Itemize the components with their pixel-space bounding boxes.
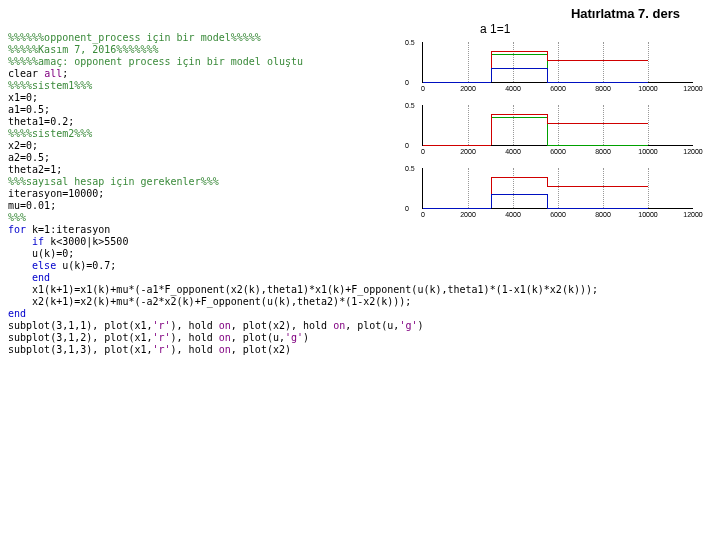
code-keyword: if — [8, 236, 44, 247]
x-tick-label: 12000 — [683, 85, 702, 92]
code-text: ), hold — [171, 332, 219, 343]
series-line — [547, 123, 648, 124]
code-text: ; — [62, 68, 68, 79]
series-line — [423, 82, 491, 83]
series-line — [547, 68, 548, 82]
y-tick-label: 0.5 — [405, 165, 415, 172]
series-line — [423, 208, 491, 209]
code-string: on — [333, 320, 345, 331]
grid-line — [468, 168, 469, 208]
grid-line — [558, 105, 559, 145]
code-text: k<3000|k>5500 — [44, 236, 128, 247]
x-tick-label: 2000 — [460, 85, 476, 92]
series-line — [491, 68, 547, 69]
series-line — [491, 114, 547, 115]
x-tick-label: 6000 — [550, 85, 566, 92]
x-tick-label: 8000 — [595, 211, 611, 218]
grid-line — [648, 42, 649, 82]
code-keyword: else — [8, 260, 56, 271]
code-text: theta1=0.2; — [8, 116, 74, 127]
x-tick-label: 10000 — [638, 211, 657, 218]
code-text: x1(k+1)=x1(k)+mu*(-a1*F_opponent(x2(k),t… — [8, 284, 598, 295]
code-string: on — [219, 320, 231, 331]
subplot-2: 00.5020004000600080001000012000 — [400, 103, 700, 158]
chart-axes: 00.5020004000600080001000012000 — [422, 168, 693, 209]
chart-axes: 00.5020004000600080001000012000 — [422, 105, 693, 146]
code-string: 'r' — [153, 344, 171, 355]
code-text: a2=0.5; — [8, 152, 50, 163]
code-text: u(k)=0.7; — [56, 260, 116, 271]
x-tick-label: 6000 — [550, 148, 566, 155]
grid-line — [513, 105, 514, 145]
chart-axes: 00.5020004000600080001000012000 — [422, 42, 693, 83]
series-line — [491, 54, 547, 55]
code-text: subplot(3,1,3), plot(x1, — [8, 344, 153, 355]
code-text: , plot(x2), hold — [231, 320, 333, 331]
slide-header: Hatırlatma 7. ders — [571, 6, 680, 21]
code-text: ), hold — [171, 320, 219, 331]
code-comment: %%%%%amaç: opponent process için bir mod… — [8, 56, 303, 67]
y-tick-label: 0 — [405, 205, 409, 212]
series-line — [491, 51, 547, 52]
code-comment: %%%%sistem1%%% — [8, 80, 92, 91]
code-text: theta2=1; — [8, 164, 62, 175]
x-tick-label: 4000 — [505, 148, 521, 155]
subplot-1: 00.5020004000600080001000012000 — [400, 40, 700, 95]
series-line — [491, 68, 492, 82]
x-tick-label: 2000 — [460, 148, 476, 155]
code-comment: %%%sayısal hesap için gerekenler%%% — [8, 176, 219, 187]
x-tick-label: 10000 — [638, 148, 657, 155]
series-line — [491, 194, 547, 195]
code-text: , plot(u, — [345, 320, 399, 331]
series-line — [423, 145, 491, 146]
code-text: subplot(3,1,1), plot(x1, — [8, 320, 153, 331]
grid-line — [648, 105, 649, 145]
code-text: mu=0.01; — [8, 200, 56, 211]
series-line — [491, 194, 492, 208]
x-tick-label: 6000 — [550, 211, 566, 218]
x-tick-label: 2000 — [460, 211, 476, 218]
code-text: x1=0; — [8, 92, 38, 103]
series-line — [491, 114, 492, 145]
x-tick-label: 0 — [421, 148, 425, 155]
series-line — [547, 186, 648, 187]
code-text: ) — [303, 332, 309, 343]
grid-line — [603, 105, 604, 145]
code-text: u(k)=0; — [8, 248, 74, 259]
series-line — [547, 60, 648, 61]
series-line — [491, 177, 547, 178]
grid-line — [513, 42, 514, 82]
grid-line — [468, 105, 469, 145]
x-tick-label: 8000 — [595, 148, 611, 155]
x-tick-label: 10000 — [638, 85, 657, 92]
code-text: , plot(x2) — [231, 344, 291, 355]
series-line — [547, 194, 548, 208]
grid-line — [513, 168, 514, 208]
code-keyword: end — [8, 272, 50, 283]
code-comment: %%%%%Kasım 7, 2016%%%%%%% — [8, 44, 159, 55]
grid-line — [648, 168, 649, 208]
subplot-3: 00.5020004000600080001000012000 — [400, 166, 700, 221]
code-keyword: end — [8, 308, 26, 319]
series-line — [547, 177, 548, 186]
x-tick-label: 4000 — [505, 211, 521, 218]
grid-line — [603, 42, 604, 82]
code-text: ), hold — [171, 344, 219, 355]
code-string: 'g' — [285, 332, 303, 343]
code-comment: %%%%%%opponent_process için bir model%%%… — [8, 32, 261, 43]
x-tick-label: 0 — [421, 211, 425, 218]
code-text: a1=0.5; — [8, 104, 50, 115]
y-tick-label: 0.5 — [405, 39, 415, 46]
code-text: iterasyon=10000; — [8, 188, 104, 199]
x-tick-label: 4000 — [505, 85, 521, 92]
grid-line — [603, 168, 604, 208]
y-tick-label: 0 — [405, 142, 409, 149]
code-text: x2(k+1)=x2(k)+mu*(-a2*x2(k)+F_opponent(u… — [8, 296, 411, 307]
series-line — [547, 145, 648, 146]
charts-panel: 00.502000400060008000100001200000.502000… — [400, 40, 710, 229]
code-string: 'r' — [153, 332, 171, 343]
code-comment: %%%%sistem2%%% — [8, 128, 92, 139]
code-text: ) — [417, 320, 423, 331]
series-line — [547, 82, 648, 83]
x-tick-label: 12000 — [683, 148, 702, 155]
